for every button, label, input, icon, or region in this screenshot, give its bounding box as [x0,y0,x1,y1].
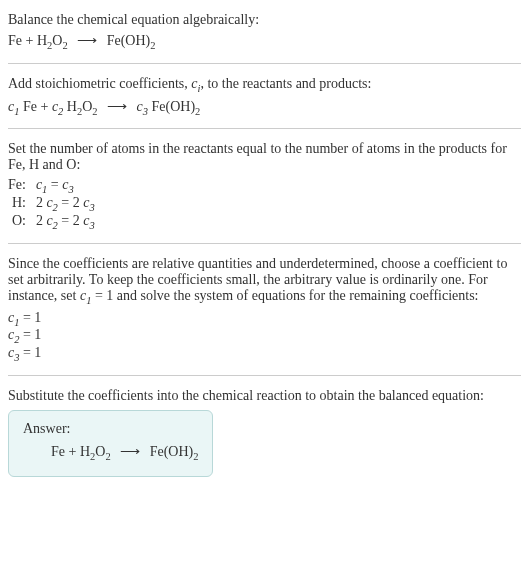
c2: c2 [52,99,63,114]
reactant-fe: Fe [8,33,22,48]
balanced-equation: Fe + H2O2 ⟶ Fe(OH)2 [23,443,198,462]
section-atom-balance: Set the number of atoms in the reactants… [8,128,521,242]
table-row: Fe: c1 = c3 [8,177,101,195]
answer-label: Answer: [23,421,198,437]
element-label-fe: Fe: [8,177,36,195]
solution-c3: c3 = 1 [8,345,521,363]
table-row: H: 2 c2 = 2 c3 [8,195,101,213]
arrow-icon: ⟶ [77,33,97,48]
section-balance-intro: Balance the chemical equation algebraica… [8,8,521,63]
solution-c2: c2 = 1 [8,327,521,345]
atom-balance-table: Fe: c1 = c3 H: 2 c2 = 2 c3 O: 2 c2 = 2 c… [8,177,101,230]
answer-box: Answer: Fe + H2O2 ⟶ Fe(OH)2 [8,410,213,477]
equation-fe: c1 = c3 [36,177,101,195]
coeff-intro-text: Add stoichiometric coefficients, ci, to … [8,76,521,94]
intro-text: Balance the chemical equation algebraica… [8,12,521,28]
coefficient-solutions: c1 = 1 c2 = 1 c3 = 1 [8,310,521,363]
equation-unbalanced: Fe + H2O2 ⟶ Fe(OH)2 [8,32,521,51]
product-feoh2: Fe(OH)2 [107,33,156,48]
atom-balance-text: Set the number of atoms in the reactants… [8,141,521,173]
section-solve: Since the coefficients are relative quan… [8,243,521,375]
solve-text: Since the coefficients are relative quan… [8,256,521,306]
equation-o: 2 c2 = 2 c3 [36,213,101,231]
section-substitute: Substitute the coefficients into the che… [8,375,521,485]
element-label-o: O: [8,213,36,231]
reactant-h2o2: H2O2 [37,33,68,48]
c3: c3 [137,99,148,114]
arrow-icon: ⟶ [107,99,127,114]
table-row: O: 2 c2 = 2 c3 [8,213,101,231]
c1: c1 [8,99,19,114]
element-label-h: H: [8,195,36,213]
equation-with-coeffs: c1 Fe + c2 H2O2 ⟶ c3 Fe(OH)2 [8,98,521,117]
equation-h: 2 c2 = 2 c3 [36,195,101,213]
arrow-icon: ⟶ [120,444,140,459]
solution-c1: c1 = 1 [8,310,521,328]
substitute-text: Substitute the coefficients into the che… [8,388,521,404]
section-add-coefficients: Add stoichiometric coefficients, ci, to … [8,63,521,129]
